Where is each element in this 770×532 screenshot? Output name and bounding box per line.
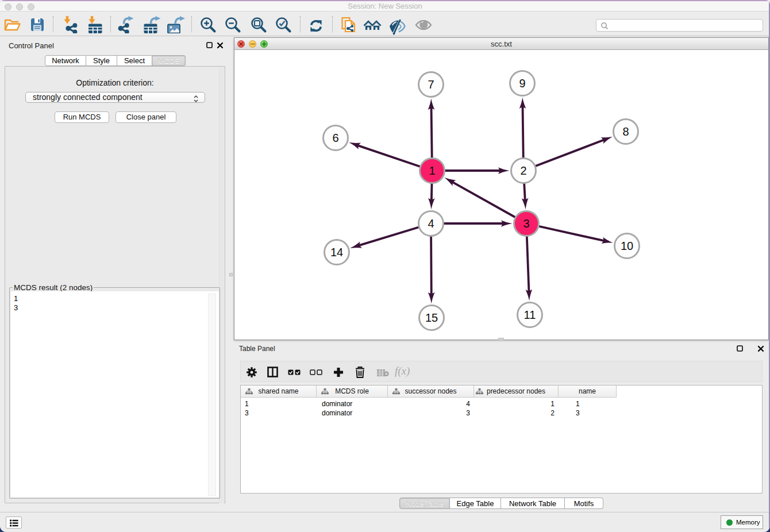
svg-text:6: 6	[332, 132, 338, 144]
svg-text:1: 1	[429, 164, 435, 177]
svg-text:14: 14	[330, 246, 343, 259]
svg-text:2: 2	[520, 164, 526, 177]
svg-text:10: 10	[621, 240, 633, 252]
svg-text:11: 11	[524, 309, 536, 321]
svg-text:8: 8	[622, 125, 629, 138]
svg-text:9: 9	[519, 77, 525, 90]
svg-text:3: 3	[523, 217, 529, 230]
svg-text:4: 4	[428, 217, 434, 230]
svg-text:7: 7	[428, 78, 434, 91]
svg-text:15: 15	[425, 311, 438, 324]
